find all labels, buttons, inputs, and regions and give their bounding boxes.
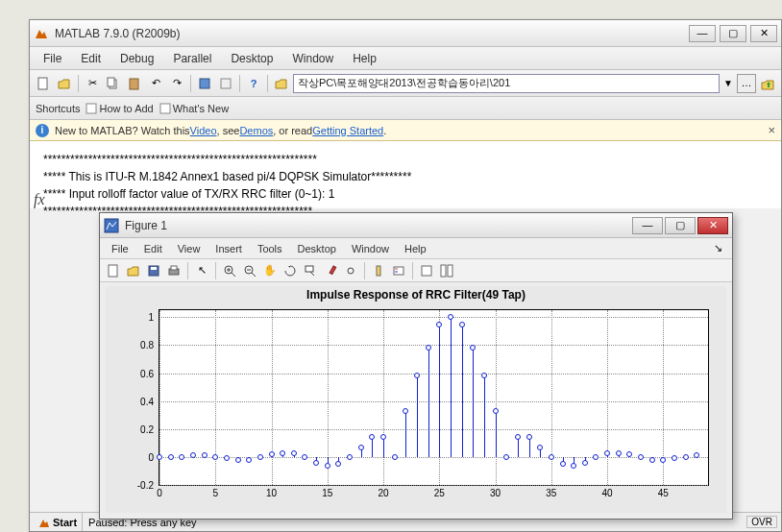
guide-icon[interactable] bbox=[216, 74, 235, 93]
menu-window[interactable]: Window bbox=[282, 50, 343, 67]
command-window[interactable]: ****************************************… bbox=[30, 141, 781, 208]
rotate-icon[interactable] bbox=[281, 261, 300, 280]
maximize-button[interactable]: ▢ bbox=[720, 25, 746, 42]
fig-menu-window[interactable]: Window bbox=[344, 241, 397, 256]
stem-marker bbox=[202, 452, 208, 458]
brush-icon[interactable] bbox=[321, 261, 340, 280]
stem-marker bbox=[537, 445, 543, 450]
fig-menu-desktop[interactable]: Desktop bbox=[290, 241, 344, 256]
toolstrip-overflow-icon[interactable]: ↘ bbox=[714, 242, 728, 254]
paste-icon[interactable] bbox=[125, 74, 144, 93]
path-dropdown-icon[interactable]: ▼ bbox=[721, 78, 735, 88]
pan-icon[interactable]: ✋ bbox=[260, 261, 280, 280]
fig-menu-insert[interactable]: Insert bbox=[208, 241, 250, 256]
stem-marker bbox=[246, 457, 252, 463]
toolbar-separator bbox=[267, 75, 268, 92]
fig-menu-edit[interactable]: Edit bbox=[136, 241, 170, 256]
undo-icon[interactable]: ↶ bbox=[146, 74, 165, 93]
stem-marker bbox=[190, 452, 196, 458]
fx-prompt-icon[interactable]: fx bbox=[34, 191, 45, 208]
fig-menu-help[interactable]: Help bbox=[397, 241, 434, 256]
getting-started-link[interactable]: Getting Started bbox=[312, 125, 383, 136]
minimize-button[interactable]: — bbox=[689, 25, 716, 42]
main-menubar: File Edit Debug Parallel Desktop Window … bbox=[30, 47, 781, 70]
toolbar-separator bbox=[78, 75, 79, 92]
stem-line bbox=[372, 437, 373, 456]
menu-edit[interactable]: Edit bbox=[71, 50, 110, 67]
how-to-add-link[interactable]: How to Add bbox=[86, 103, 153, 114]
figure-minimize-button[interactable]: — bbox=[632, 217, 663, 234]
browse-folder-button[interactable]: … bbox=[737, 74, 756, 93]
up-folder-icon[interactable] bbox=[758, 74, 777, 93]
main-titlebar[interactable]: MATLAB 7.9.0 (R2009b) — ▢ ✕ bbox=[30, 20, 781, 47]
svg-rect-13 bbox=[171, 266, 177, 270]
banner-close-icon[interactable]: × bbox=[768, 123, 775, 137]
figure-window-title: Figure 1 bbox=[125, 219, 167, 232]
figure-maximize-button[interactable]: ▢ bbox=[665, 217, 696, 234]
figure-close-button[interactable]: ✕ bbox=[697, 217, 728, 234]
y-tick-label: 0.8 bbox=[140, 340, 154, 351]
y-tick-label: 0.6 bbox=[140, 368, 154, 378]
stem-marker bbox=[660, 457, 666, 463]
cut-icon[interactable]: ✂ bbox=[83, 74, 102, 93]
stem-marker bbox=[168, 454, 174, 460]
zoom-in-icon[interactable] bbox=[220, 261, 239, 280]
data-cursor-icon[interactable] bbox=[301, 261, 320, 280]
stem-line bbox=[518, 437, 519, 456]
figure-titlebar[interactable]: Figure 1 — ▢ ✕ bbox=[100, 213, 732, 238]
menu-desktop[interactable]: Desktop bbox=[221, 50, 282, 67]
chart-axes[interactable]: 051015202530354045-0.200.20.40.60.81 bbox=[159, 309, 709, 486]
info-text-1: New to MATLAB? Watch this bbox=[55, 125, 190, 136]
redo-icon[interactable]: ↷ bbox=[167, 74, 186, 93]
stem-marker bbox=[683, 454, 689, 460]
open-icon[interactable] bbox=[55, 74, 74, 93]
start-button[interactable]: Start bbox=[34, 513, 83, 531]
shortcuts-bar: Shortcuts How to Add What's New bbox=[30, 97, 781, 120]
fig-menu-view[interactable]: View bbox=[170, 241, 208, 256]
x-tick-label: 40 bbox=[602, 488, 613, 498]
svg-rect-6 bbox=[86, 104, 96, 113]
new-figure-icon[interactable] bbox=[104, 261, 123, 280]
stem-marker bbox=[638, 454, 644, 460]
simulink-icon[interactable] bbox=[195, 74, 214, 93]
video-link[interactable]: Video bbox=[190, 125, 217, 136]
figure-window-controls: — ▢ ✕ bbox=[630, 217, 728, 234]
stem-marker bbox=[325, 463, 330, 469]
menu-parallel[interactable]: Parallel bbox=[163, 50, 221, 67]
figure-menubar: File Edit View Insert Tools Desktop Wind… bbox=[100, 238, 732, 259]
close-button[interactable]: ✕ bbox=[750, 25, 777, 42]
demos-link[interactable]: Demos bbox=[239, 125, 273, 136]
save-figure-icon[interactable] bbox=[144, 261, 163, 280]
menu-debug[interactable]: Debug bbox=[110, 50, 163, 67]
pointer-icon[interactable]: ↖ bbox=[192, 261, 211, 280]
whats-new-link[interactable]: What's New bbox=[159, 103, 229, 114]
insert-legend-icon[interactable] bbox=[389, 261, 408, 280]
svg-rect-25 bbox=[394, 267, 403, 275]
new-file-icon[interactable] bbox=[34, 74, 53, 93]
copy-icon[interactable] bbox=[104, 74, 123, 93]
open-figure-icon[interactable] bbox=[124, 261, 143, 280]
print-icon[interactable] bbox=[164, 261, 183, 280]
link-icon[interactable] bbox=[341, 261, 360, 280]
figure-window[interactable]: Figure 1 — ▢ ✕ File Edit View Insert Too… bbox=[99, 212, 733, 520]
current-folder-path[interactable] bbox=[293, 74, 720, 93]
insert-colorbar-icon[interactable] bbox=[369, 261, 388, 280]
getting-started-banner: i New to MATLAB? Watch this Video , see … bbox=[30, 120, 781, 141]
menu-help[interactable]: Help bbox=[343, 50, 386, 67]
fig-menu-tools[interactable]: Tools bbox=[250, 241, 290, 256]
matlab-main-window: MATLAB 7.9.0 (R2009b) — ▢ ✕ File Edit De… bbox=[29, 19, 782, 532]
info-icon: i bbox=[36, 124, 49, 137]
main-window-title: MATLAB 7.9.0 (R2009b) bbox=[55, 27, 181, 40]
stem-marker bbox=[426, 345, 431, 351]
stem-marker bbox=[235, 457, 241, 463]
current-folder-icon[interactable] bbox=[272, 74, 291, 93]
stem-marker bbox=[224, 455, 230, 461]
help-icon[interactable]: ? bbox=[244, 74, 263, 93]
menu-file[interactable]: File bbox=[34, 50, 71, 67]
hide-plot-tools-icon[interactable] bbox=[417, 261, 436, 280]
zoom-out-icon[interactable] bbox=[240, 261, 259, 280]
show-plot-tools-icon[interactable] bbox=[437, 261, 456, 280]
x-tick-label: 10 bbox=[266, 488, 277, 498]
fig-menu-file[interactable]: File bbox=[104, 241, 136, 256]
stem-line bbox=[496, 411, 497, 457]
